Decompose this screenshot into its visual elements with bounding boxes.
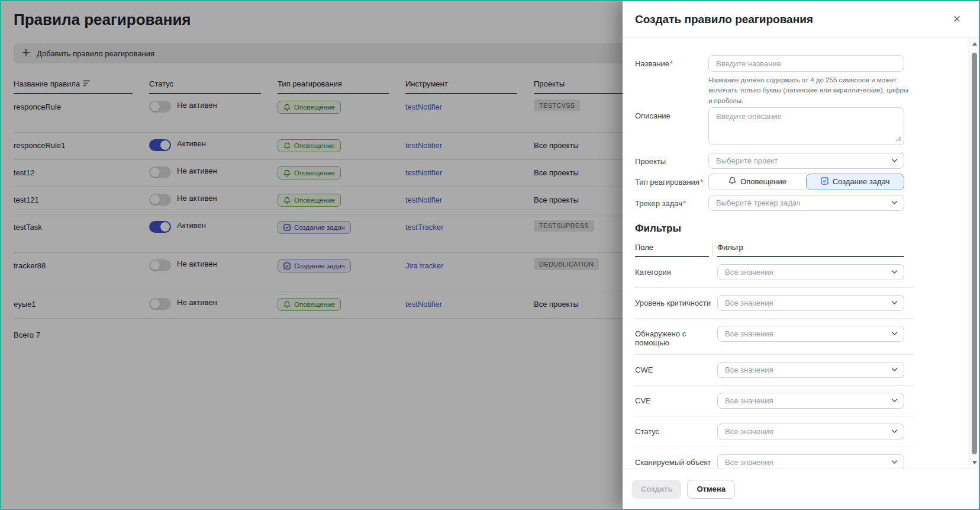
required-mark: * — [700, 178, 703, 187]
filter-field-label: CVE — [635, 393, 717, 405]
filters-heading: Фильтры — [635, 223, 914, 235]
filter-row: Уровень критичности Все значения — [635, 288, 914, 319]
description-label: Описание — [635, 107, 708, 120]
projects-label: Проекты — [635, 153, 708, 166]
projects-field-row: Проекты Выберите проект — [635, 153, 914, 169]
column-separator — [712, 243, 713, 256]
filter-row: Обнаружено с помощью Все значения — [635, 319, 914, 355]
drawer-title: Создать правило реагирования — [635, 13, 813, 26]
filter-field-label: Уровень критичности — [635, 295, 717, 307]
reaction-type-segmented: Оповещение Создание задач — [708, 174, 904, 190]
filter-value-select[interactable]: Все значения — [717, 393, 904, 409]
scrollbar[interactable] — [969, 38, 979, 467]
filters-column-field: Поле — [635, 243, 709, 257]
scroll-up-icon[interactable] — [972, 42, 977, 46]
filter-value-select[interactable]: Все значения — [717, 454, 904, 469]
drawer-header: Создать правило реагирования ✕ — [623, 1, 979, 38]
description-textarea[interactable] — [708, 107, 904, 145]
name-label: Название* — [635, 55, 708, 68]
filter-value-select[interactable]: Все значения — [717, 264, 904, 280]
bell-icon — [728, 177, 736, 187]
filter-value-select[interactable]: Все значения — [717, 326, 904, 342]
task-check-icon — [821, 177, 829, 187]
required-mark: * — [683, 199, 686, 208]
filter-value-select[interactable]: Все значения — [717, 362, 904, 378]
filter-value-select[interactable]: Все значения — [717, 295, 904, 311]
reaction-type-row: Тип реагирования* Оповещение Создание за… — [635, 174, 914, 190]
filter-row: CWE Все значения — [635, 355, 914, 386]
chevron-down-icon — [891, 270, 898, 274]
chevron-down-icon — [891, 301, 898, 305]
filter-row: Сканируемый объект Все значения — [635, 447, 914, 469]
drawer-footer: Создать Отмена — [623, 469, 979, 509]
chevron-down-icon — [891, 460, 898, 464]
create-button[interactable]: Создать — [632, 480, 681, 499]
filters-column-filter: Фильтр — [717, 243, 904, 257]
projects-select[interactable]: Выберите проект — [708, 153, 904, 169]
scrollbar-thumb[interactable] — [972, 53, 977, 454]
chevron-down-icon — [891, 368, 898, 372]
chevron-down-icon — [891, 332, 898, 336]
filter-row: Категория Все значения — [635, 257, 914, 288]
close-icon[interactable]: ✕ — [950, 12, 963, 27]
reaction-type-label: Тип реагирования* — [635, 174, 708, 187]
filter-field-label: Статус — [635, 424, 717, 436]
create-rule-drawer: Создать правило реагирования ✕ Название*… — [623, 1, 979, 509]
drawer-body: Название* Название должно содержать от 4… — [623, 38, 979, 469]
app-window: Правила реагирования Добавить правило ре… — [0, 0, 980, 510]
segment-task[interactable]: Создание задач — [806, 174, 904, 190]
cancel-button[interactable]: Отмена — [687, 480, 734, 499]
required-mark: * — [670, 59, 673, 68]
filter-field-label: CWE — [635, 362, 717, 374]
scroll-down-icon[interactable] — [972, 461, 977, 464]
tracker-field-row: Трекер задач* Выберите трекер задач — [635, 195, 914, 211]
name-input[interactable] — [708, 55, 904, 72]
filter-field-label: Сканируемый объект — [635, 454, 717, 467]
chevron-down-icon — [891, 399, 898, 403]
filter-value-select[interactable]: Все значения — [717, 424, 904, 440]
filter-field-label: Категория — [635, 264, 717, 277]
chevron-down-icon — [891, 429, 898, 434]
segment-notify[interactable]: Оповещение — [708, 174, 806, 190]
filter-row: Статус Все значения — [635, 416, 914, 447]
chevron-down-icon — [891, 201, 898, 205]
tracker-label: Трекер задач* — [635, 195, 708, 208]
name-field-row: Название* Название должно содержать от 4… — [635, 55, 914, 106]
name-hint: Название должно содержать от 4 до 255 си… — [708, 75, 910, 106]
chevron-down-icon — [891, 159, 898, 163]
tracker-select[interactable]: Выберите трекер задач — [708, 195, 904, 211]
filter-field-label: Обнаружено с помощью — [635, 326, 717, 347]
filter-row: CVE Все значения — [635, 386, 914, 416]
filters-table-header: Поле Фильтр — [635, 243, 914, 257]
description-field-row: Описание — [635, 107, 914, 147]
